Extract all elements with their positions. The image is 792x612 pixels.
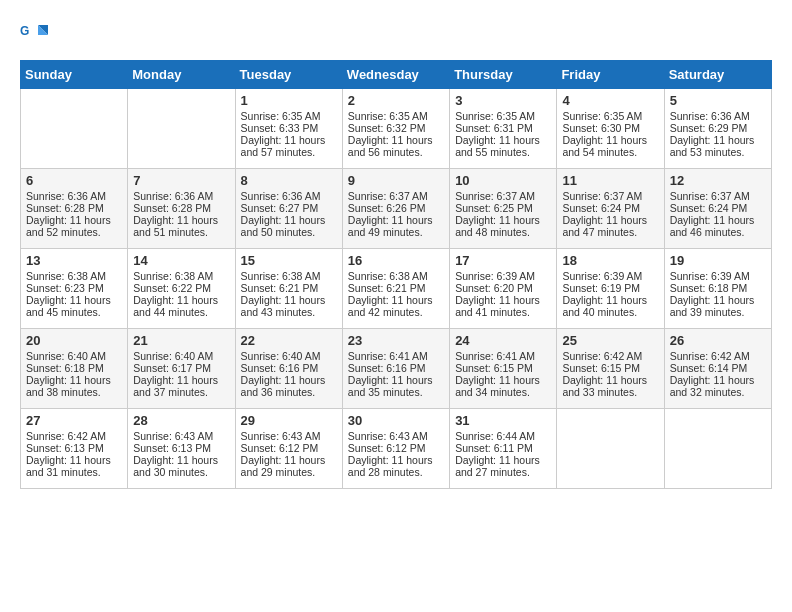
calendar-week-row: 6Sunrise: 6:36 AMSunset: 6:28 PMDaylight…	[21, 169, 772, 249]
day-info: Sunrise: 6:37 AM	[670, 190, 766, 202]
day-info: and 52 minutes.	[26, 226, 122, 238]
logo-icon: G	[20, 20, 50, 50]
calendar-cell: 14Sunrise: 6:38 AMSunset: 6:22 PMDayligh…	[128, 249, 235, 329]
calendar-cell: 20Sunrise: 6:40 AMSunset: 6:18 PMDayligh…	[21, 329, 128, 409]
day-info: Sunrise: 6:35 AM	[348, 110, 444, 122]
day-info: and 43 minutes.	[241, 306, 337, 318]
day-info: Daylight: 11 hours	[348, 214, 444, 226]
day-number: 7	[133, 173, 229, 188]
calendar-week-row: 1Sunrise: 6:35 AMSunset: 6:33 PMDaylight…	[21, 89, 772, 169]
day-info: Daylight: 11 hours	[455, 134, 551, 146]
day-number: 12	[670, 173, 766, 188]
day-info: Daylight: 11 hours	[133, 214, 229, 226]
day-info: Daylight: 11 hours	[133, 454, 229, 466]
day-number: 28	[133, 413, 229, 428]
day-info: Sunrise: 6:38 AM	[241, 270, 337, 282]
calendar-cell: 29Sunrise: 6:43 AMSunset: 6:12 PMDayligh…	[235, 409, 342, 489]
calendar-cell: 6Sunrise: 6:36 AMSunset: 6:28 PMDaylight…	[21, 169, 128, 249]
day-info: Daylight: 11 hours	[562, 294, 658, 306]
day-info: Sunset: 6:28 PM	[133, 202, 229, 214]
day-info: Daylight: 11 hours	[241, 134, 337, 146]
day-number: 19	[670, 253, 766, 268]
day-info: Sunset: 6:32 PM	[348, 122, 444, 134]
day-info: and 35 minutes.	[348, 386, 444, 398]
day-info: and 37 minutes.	[133, 386, 229, 398]
day-info: Sunrise: 6:36 AM	[670, 110, 766, 122]
day-info: Sunset: 6:26 PM	[348, 202, 444, 214]
calendar-cell: 16Sunrise: 6:38 AMSunset: 6:21 PMDayligh…	[342, 249, 449, 329]
day-number: 2	[348, 93, 444, 108]
day-info: and 48 minutes.	[455, 226, 551, 238]
day-info: Sunset: 6:28 PM	[26, 202, 122, 214]
calendar-cell: 30Sunrise: 6:43 AMSunset: 6:12 PMDayligh…	[342, 409, 449, 489]
day-number: 24	[455, 333, 551, 348]
day-info: Sunset: 6:19 PM	[562, 282, 658, 294]
day-info: Daylight: 11 hours	[26, 454, 122, 466]
day-info: Daylight: 11 hours	[133, 374, 229, 386]
day-info: and 53 minutes.	[670, 146, 766, 158]
day-info: Sunrise: 6:36 AM	[133, 190, 229, 202]
day-number: 8	[241, 173, 337, 188]
day-info: Sunrise: 6:40 AM	[26, 350, 122, 362]
day-number: 5	[670, 93, 766, 108]
day-info: Sunrise: 6:43 AM	[133, 430, 229, 442]
day-info: Daylight: 11 hours	[133, 294, 229, 306]
calendar-day-header: Saturday	[664, 61, 771, 89]
day-info: and 38 minutes.	[26, 386, 122, 398]
day-info: and 34 minutes.	[455, 386, 551, 398]
day-info: and 27 minutes.	[455, 466, 551, 478]
day-info: and 56 minutes.	[348, 146, 444, 158]
day-info: and 36 minutes.	[241, 386, 337, 398]
day-info: and 47 minutes.	[562, 226, 658, 238]
day-info: and 45 minutes.	[26, 306, 122, 318]
day-number: 25	[562, 333, 658, 348]
day-info: and 32 minutes.	[670, 386, 766, 398]
calendar-cell: 25Sunrise: 6:42 AMSunset: 6:15 PMDayligh…	[557, 329, 664, 409]
day-info: Sunset: 6:16 PM	[241, 362, 337, 374]
calendar-header-row: SundayMondayTuesdayWednesdayThursdayFrid…	[21, 61, 772, 89]
day-number: 23	[348, 333, 444, 348]
calendar-cell: 12Sunrise: 6:37 AMSunset: 6:24 PMDayligh…	[664, 169, 771, 249]
day-info: Sunset: 6:18 PM	[670, 282, 766, 294]
day-info: Sunrise: 6:37 AM	[348, 190, 444, 202]
day-number: 30	[348, 413, 444, 428]
calendar-day-header: Wednesday	[342, 61, 449, 89]
calendar-cell: 7Sunrise: 6:36 AMSunset: 6:28 PMDaylight…	[128, 169, 235, 249]
calendar-cell: 9Sunrise: 6:37 AMSunset: 6:26 PMDaylight…	[342, 169, 449, 249]
day-info: Sunset: 6:33 PM	[241, 122, 337, 134]
day-info: and 42 minutes.	[348, 306, 444, 318]
day-number: 22	[241, 333, 337, 348]
calendar-day-header: Friday	[557, 61, 664, 89]
day-info: Sunset: 6:13 PM	[26, 442, 122, 454]
day-info: Sunrise: 6:43 AM	[348, 430, 444, 442]
day-info: Daylight: 11 hours	[562, 214, 658, 226]
calendar-cell: 1Sunrise: 6:35 AMSunset: 6:33 PMDaylight…	[235, 89, 342, 169]
day-info: Daylight: 11 hours	[562, 374, 658, 386]
day-info: Sunset: 6:16 PM	[348, 362, 444, 374]
calendar-cell: 11Sunrise: 6:37 AMSunset: 6:24 PMDayligh…	[557, 169, 664, 249]
calendar-cell: 28Sunrise: 6:43 AMSunset: 6:13 PMDayligh…	[128, 409, 235, 489]
calendar-week-row: 13Sunrise: 6:38 AMSunset: 6:23 PMDayligh…	[21, 249, 772, 329]
day-number: 26	[670, 333, 766, 348]
day-number: 31	[455, 413, 551, 428]
day-info: Sunset: 6:15 PM	[455, 362, 551, 374]
day-info: and 46 minutes.	[670, 226, 766, 238]
calendar-body: 1Sunrise: 6:35 AMSunset: 6:33 PMDaylight…	[21, 89, 772, 489]
day-info: Sunset: 6:24 PM	[670, 202, 766, 214]
day-number: 15	[241, 253, 337, 268]
day-info: and 29 minutes.	[241, 466, 337, 478]
day-info: Sunrise: 6:42 AM	[26, 430, 122, 442]
day-info: and 31 minutes.	[26, 466, 122, 478]
day-info: Daylight: 11 hours	[670, 134, 766, 146]
day-info: Sunrise: 6:39 AM	[562, 270, 658, 282]
day-info: and 51 minutes.	[133, 226, 229, 238]
calendar-cell: 4Sunrise: 6:35 AMSunset: 6:30 PMDaylight…	[557, 89, 664, 169]
day-info: Sunrise: 6:38 AM	[133, 270, 229, 282]
day-info: Sunset: 6:21 PM	[348, 282, 444, 294]
day-info: and 49 minutes.	[348, 226, 444, 238]
day-info: Sunset: 6:23 PM	[26, 282, 122, 294]
calendar-cell: 22Sunrise: 6:40 AMSunset: 6:16 PMDayligh…	[235, 329, 342, 409]
day-info: Daylight: 11 hours	[670, 374, 766, 386]
day-info: Daylight: 11 hours	[241, 214, 337, 226]
svg-text:G: G	[20, 24, 29, 38]
